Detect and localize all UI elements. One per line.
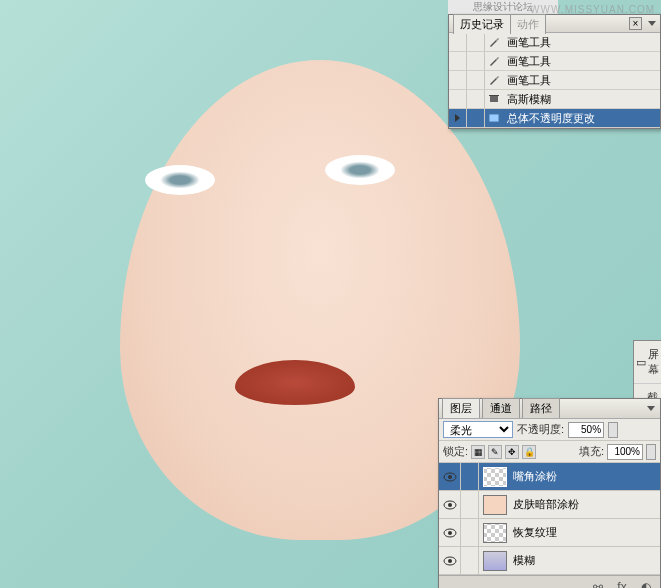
svg-point-10 xyxy=(448,559,452,563)
history-titlebar[interactable]: 历史记录 动作 × xyxy=(449,15,660,33)
layers-panel: 图层 通道 路径 柔光 不透明度: 锁定: ▦ ✎ ✥ 🔒 填充: 嘴角涂粉皮肤… xyxy=(438,398,661,588)
dock-item-screen[interactable]: ▭屏幕 xyxy=(634,341,661,384)
history-item-label: 画笔工具 xyxy=(503,35,551,50)
layer-name[interactable]: 恢复纹理 xyxy=(511,525,660,540)
tab-actions[interactable]: 动作 xyxy=(510,14,546,34)
brush-icon xyxy=(488,74,500,86)
tab-channels[interactable]: 通道 xyxy=(482,398,520,418)
blend-mode-select[interactable]: 柔光 xyxy=(443,421,513,438)
visibility-icon xyxy=(443,500,457,510)
layer-name[interactable]: 嘴角涂粉 xyxy=(511,469,660,484)
fill-input[interactable] xyxy=(607,444,643,460)
lock-position-icon[interactable]: ✥ xyxy=(505,445,519,459)
visibility-icon xyxy=(443,472,457,482)
layer-thumbnail[interactable] xyxy=(483,495,507,515)
tab-paths[interactable]: 路径 xyxy=(522,398,560,418)
fill-label: 填充: xyxy=(579,444,604,459)
history-panel: 历史记录 动作 × 画笔工具画笔工具画笔工具高斯模糊总体不透明度更改 xyxy=(448,14,661,129)
history-item-label: 画笔工具 xyxy=(503,73,551,88)
active-marker-icon xyxy=(455,114,460,122)
layer-lock-row: 锁定: ▦ ✎ ✥ 🔒 填充: xyxy=(439,441,660,463)
panel-menu-icon[interactable] xyxy=(646,19,658,29)
history-item[interactable]: 高斯模糊 xyxy=(449,90,660,109)
history-item-label: 画笔工具 xyxy=(503,54,551,69)
layer-link-cell[interactable] xyxy=(461,463,479,490)
history-item[interactable]: 画笔工具 xyxy=(449,71,660,90)
tab-layers[interactable]: 图层 xyxy=(442,398,480,418)
layer-link-cell[interactable] xyxy=(461,547,479,574)
layer-row[interactable]: 嘴角涂粉 xyxy=(439,463,660,491)
portrait-eye xyxy=(325,155,395,185)
opacity-label: 不透明度: xyxy=(517,422,564,437)
lock-transparency-icon[interactable]: ▦ xyxy=(471,445,485,459)
layer-visibility-toggle[interactable] xyxy=(439,519,461,546)
layer-visibility-toggle[interactable] xyxy=(439,463,461,490)
layer-row[interactable]: 皮肤暗部涂粉 xyxy=(439,491,660,519)
layer-visibility-toggle[interactable] xyxy=(439,491,461,518)
visibility-icon xyxy=(443,528,457,538)
layer-thumbnail[interactable] xyxy=(483,551,507,571)
opacity-spinner[interactable] xyxy=(608,422,618,438)
layer-link-cell[interactable] xyxy=(461,491,479,518)
layer-style-icon[interactable]: fx xyxy=(614,579,630,589)
svg-rect-2 xyxy=(489,114,499,122)
svg-rect-1 xyxy=(489,95,499,96)
tab-history[interactable]: 历史记录 xyxy=(453,14,511,34)
panel-menu-icon[interactable] xyxy=(645,404,657,414)
opacity-icon xyxy=(488,112,500,124)
layer-visibility-toggle[interactable] xyxy=(439,547,461,574)
svg-point-8 xyxy=(448,531,452,535)
layers-footer: ⚯ fx ◐ xyxy=(439,575,660,588)
history-item-label: 总体不透明度更改 xyxy=(503,111,595,126)
svg-point-6 xyxy=(448,503,452,507)
link-layers-icon[interactable]: ⚯ xyxy=(590,579,606,589)
fill-spinner[interactable] xyxy=(646,444,656,460)
history-item[interactable]: 画笔工具 xyxy=(449,33,660,52)
layer-options-row: 柔光 不透明度: xyxy=(439,419,660,441)
layers-tabs: 图层 通道 路径 xyxy=(439,399,660,419)
history-item[interactable]: 画笔工具 xyxy=(449,52,660,71)
filter-icon xyxy=(488,93,500,105)
history-item[interactable]: 总体不透明度更改 xyxy=(449,109,660,128)
layer-thumbnail[interactable] xyxy=(483,523,507,543)
opacity-input[interactable] xyxy=(568,422,604,438)
lock-pixels-icon[interactable]: ✎ xyxy=(488,445,502,459)
visibility-icon xyxy=(443,556,457,566)
layer-row[interactable]: 恢复纹理 xyxy=(439,519,660,547)
layer-name[interactable]: 皮肤暗部涂粉 xyxy=(511,497,660,512)
lock-label: 锁定: xyxy=(443,444,468,459)
layer-mask-icon[interactable]: ◐ xyxy=(638,579,654,589)
history-item-label: 高斯模糊 xyxy=(503,92,551,107)
portrait-lips xyxy=(235,360,355,405)
layer-link-cell[interactable] xyxy=(461,519,479,546)
layer-name[interactable]: 模糊 xyxy=(511,553,660,568)
brush-icon xyxy=(488,36,500,48)
screen-icon: ▭ xyxy=(636,356,646,369)
portrait-eye xyxy=(145,165,215,195)
layer-thumbnail[interactable] xyxy=(483,467,507,487)
svg-point-4 xyxy=(448,475,452,479)
svg-rect-0 xyxy=(490,96,498,102)
brush-icon xyxy=(488,55,500,67)
layer-row[interactable]: 模糊 xyxy=(439,547,660,575)
close-icon[interactable]: × xyxy=(629,17,642,30)
lock-all-icon[interactable]: 🔒 xyxy=(522,445,536,459)
